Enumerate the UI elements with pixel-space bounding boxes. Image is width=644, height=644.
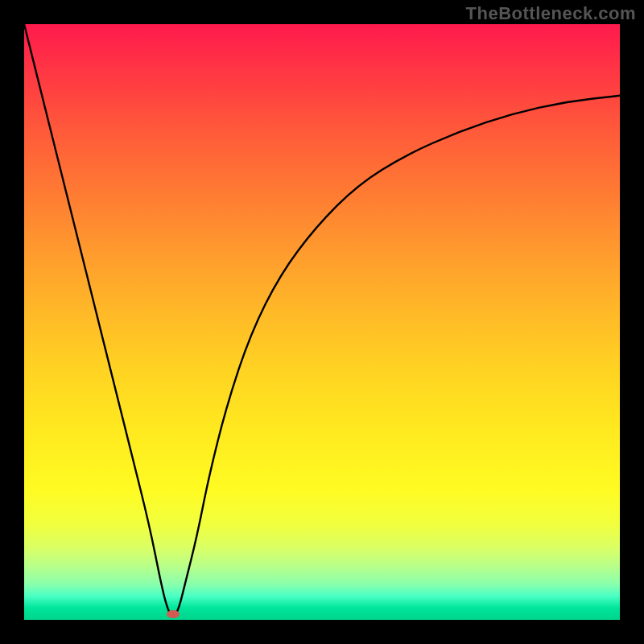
- curve-layer: [24, 24, 620, 620]
- chart-frame: TheBottleneck.com: [0, 0, 644, 644]
- watermark-text: TheBottleneck.com: [466, 3, 636, 24]
- plot-area: [24, 24, 620, 620]
- min-marker: [167, 610, 180, 618]
- bottleneck-curve: [24, 24, 620, 617]
